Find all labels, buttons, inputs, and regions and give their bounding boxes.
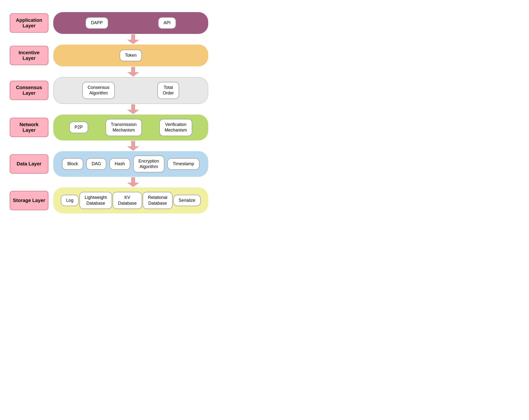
module-pill-incentive-0: Token <box>119 50 142 61</box>
layer-bar-data: BlockDAGHashEncryption AlgorithmTimestam… <box>53 151 208 177</box>
layers-container: Application LayerDAPPAPIIncentive LayerT… <box>10 12 208 213</box>
layer-label-incentive: Incentive Layer <box>10 46 48 65</box>
svg-rect-0 <box>131 34 135 40</box>
svg-marker-5 <box>127 110 139 114</box>
module-pill-application-1: API <box>158 17 176 28</box>
module-pill-storage-4: Serialize <box>173 195 201 206</box>
module-pill-storage-2: KV Database <box>113 192 142 209</box>
module-pill-data-4: Timestamp <box>167 158 199 170</box>
layer-label-storage: Storage Layer <box>10 191 48 210</box>
layer-row-storage: Storage LayerLogLightweight DatabaseKV D… <box>10 188 208 213</box>
module-pill-data-1: DAG <box>86 158 106 170</box>
layer-label-application: Application Layer <box>10 13 48 33</box>
module-pill-network-0: P2P <box>69 122 88 133</box>
arrow-1 <box>10 67 208 77</box>
arrow-3 <box>10 141 208 151</box>
module-pill-network-1: Transmission Mechanism <box>106 119 142 136</box>
page-container: Application LayerDAPPAPIIncentive LayerT… <box>10 7 208 213</box>
module-pill-storage-1: Lightweight Database <box>79 192 112 209</box>
layer-bar-application: DAPPAPI <box>53 12 208 34</box>
layer-row-consensus: Consensus LayerConsensus AlgorithmTotal … <box>10 77 208 104</box>
svg-rect-8 <box>131 177 135 183</box>
module-pill-data-3: Encryption Algorithm <box>133 155 164 173</box>
layer-bar-incentive: Token <box>53 45 208 66</box>
arrow-2 <box>10 104 208 114</box>
arrow-0 <box>10 34 208 44</box>
svg-marker-3 <box>127 72 139 77</box>
layer-bar-network: P2PTransmission MechanismVerification Me… <box>53 115 208 140</box>
svg-rect-4 <box>131 104 135 110</box>
svg-marker-9 <box>127 183 139 187</box>
svg-rect-6 <box>131 141 135 147</box>
module-pill-data-2: Hash <box>109 158 130 170</box>
layer-label-data: Data Layer <box>10 154 48 174</box>
layer-label-consensus: Consensus Layer <box>10 81 48 100</box>
layer-label-network: Network Layer <box>10 118 48 137</box>
module-pill-consensus-1: Total Order <box>157 82 179 99</box>
arrow-4 <box>10 177 208 187</box>
layer-row-data: Data LayerBlockDAGHashEncryption Algorit… <box>10 151 208 177</box>
module-pill-network-2: Verification Mechanism <box>159 119 192 136</box>
svg-marker-1 <box>127 40 139 44</box>
module-pill-application-0: DAPP <box>85 17 108 28</box>
layer-row-application: Application LayerDAPPAPI <box>10 12 208 34</box>
module-pill-consensus-0: Consensus Algorithm <box>82 82 115 99</box>
layer-bar-storage: LogLightweight DatabaseKV DatabaseRelati… <box>53 188 208 213</box>
module-pill-storage-3: Relational Database <box>143 192 173 209</box>
module-pill-data-0: Block <box>62 158 83 170</box>
layer-row-network: Network LayerP2PTransmission MechanismVe… <box>10 115 208 140</box>
svg-rect-2 <box>131 67 135 73</box>
svg-marker-7 <box>127 146 139 151</box>
layer-row-incentive: Incentive LayerToken <box>10 45 208 66</box>
layer-bar-consensus: Consensus AlgorithmTotal Order <box>53 77 208 104</box>
module-pill-storage-0: Log <box>61 195 79 206</box>
